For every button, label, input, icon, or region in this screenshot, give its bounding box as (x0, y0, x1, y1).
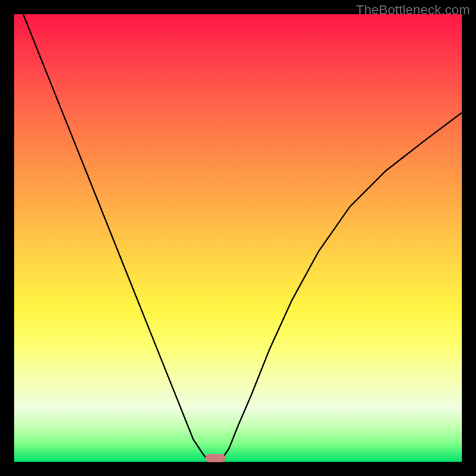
optimal-marker (205, 454, 226, 462)
bottleneck-curve (14, 14, 462, 462)
plot-area (14, 14, 462, 462)
watermark-text: TheBottleneck.com (356, 2, 470, 18)
